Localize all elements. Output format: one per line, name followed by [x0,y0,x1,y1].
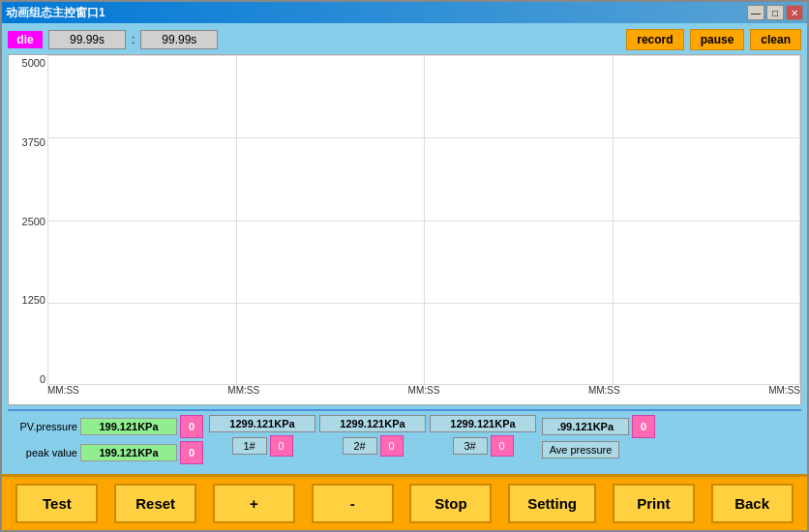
time-separator: : [132,33,135,46]
peak-value-row: peak value 199.121KPa 0 [12,441,203,464]
x-label-2: MM:SS [227,385,259,404]
peak-value-label: peak value [12,447,77,458]
pv-pressure-value: 199.121KPa [80,418,177,435]
stop-button[interactable]: Stop [409,484,492,523]
sensor-1-col: 1299.121KPa 1# 0 [209,415,315,464]
x-label-4: MM:SS [588,385,620,404]
sensor-section: 1299.121KPa 1# 0 1299.121KPa 2# 0 1299.1… [209,415,536,464]
sensor-1-label: 1# [232,437,267,455]
setting-button[interactable]: Setting [508,484,596,523]
record-button[interactable]: record [626,29,683,50]
y-label-1250: 1250 [11,294,45,306]
main-content: die 99.99s : 99.99s record pause clean 5… [2,23,807,474]
ave-value-row: .99.121KPa 0 [542,415,655,438]
main-window: 动画组态主控窗口1 — □ ✕ die 99.99s : 99.99s reco… [0,0,809,532]
grid-v-75 [613,55,614,385]
pv-section: PV.pressure 199.121KPa 0 peak value 199.… [12,415,203,464]
ave-label: Ave pressure [542,441,619,458]
grid-v-100 [799,55,800,385]
time-display-2: 99.99s [140,30,218,49]
x-label-5: MM:SS [768,385,800,404]
ave-section: .99.121KPa 0 Ave pressure [542,415,655,464]
sensor-3-label: 3# [453,437,488,455]
print-button[interactable]: Print [613,484,695,523]
sensor-3-col: 1299.121KPa 3# 0 [430,415,536,464]
chart-toolbar: die 99.99s : 99.99s record pause clean [8,29,801,50]
clean-button[interactable]: clean [750,29,801,50]
grid-v-50 [424,55,425,385]
ave-value: .99.121KPa [542,418,629,435]
chart-plot [47,55,800,385]
x-axis: MM:SS MM:SS MM:SS MM:SS MM:SS [47,385,800,404]
pv-pressure-label: PV.pressure [12,421,77,432]
grid-v-25 [236,55,237,385]
y-label-0: 0 [11,373,45,385]
bottom-toolbar: Test Reset + - Stop Setting Print Back [2,474,807,530]
plus-button[interactable]: + [213,484,295,523]
sensor-1-btn[interactable]: 0 [270,435,293,457]
minus-button[interactable]: - [312,484,394,523]
reset-button[interactable]: Reset [114,484,196,523]
time-display-1: 99.99s [48,30,126,49]
y-axis: 5000 3750 2500 1250 0 [9,55,47,385]
sensor-2-sub: 2# 0 [343,435,404,457]
data-panel: PV.pressure 199.121KPa 0 peak value 199.… [8,409,801,468]
grid-v-0 [47,55,48,385]
window-controls: — □ ✕ [747,5,803,20]
ave-btn[interactable]: 0 [632,415,655,438]
pv-btn[interactable]: 0 [180,415,203,438]
tag-label: die [8,31,43,48]
sensor-2-btn[interactable]: 0 [380,435,404,457]
sensor-3-btn[interactable]: 0 [491,435,514,457]
chart-area: 5000 3750 2500 1250 0 [8,54,801,405]
sensor-2-value: 1299.121KPa [319,415,426,432]
peak-btn[interactable]: 0 [180,441,203,464]
sensor-3-value: 1299.121KPa [430,415,536,432]
chart-container: die 99.99s : 99.99s record pause clean 5… [8,29,801,405]
sensor-2-col: 1299.121KPa 2# 0 [319,415,426,464]
peak-value: 199.121KPa [80,444,177,461]
close-button[interactable]: ✕ [786,5,803,20]
minimize-button[interactable]: — [747,5,764,20]
sensor-1-sub: 1# 0 [232,435,293,457]
sensor-3-sub: 3# 0 [453,435,514,457]
maximize-button[interactable]: □ [766,5,784,20]
sensor-1-value: 1299.121KPa [209,415,315,432]
x-label-3: MM:SS [408,385,440,404]
title-bar: 动画组态主控窗口1 — □ ✕ [2,2,807,23]
sensor-2-label: 2# [343,437,377,455]
pv-pressure-row: PV.pressure 199.121KPa 0 [12,415,203,438]
y-label-3750: 3750 [11,136,45,148]
test-button[interactable]: Test [15,484,98,523]
ave-label-row: Ave pressure [542,441,619,458]
window-title: 动画组态主控窗口1 [6,5,105,21]
y-label-2500: 2500 [11,216,45,227]
back-button[interactable]: Back [711,484,794,523]
x-label-1: MM:SS [47,385,79,404]
y-label-5000: 5000 [11,57,45,69]
pause-button[interactable]: pause [690,29,745,50]
